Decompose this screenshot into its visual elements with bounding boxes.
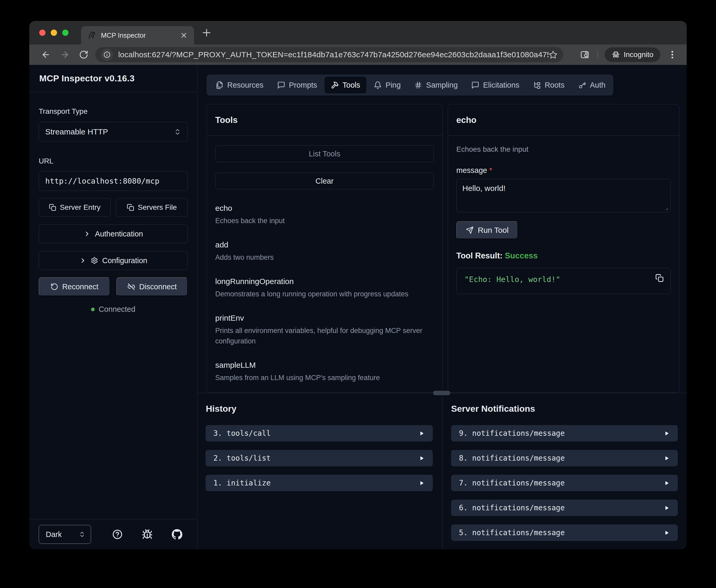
configuration-label: Configuration — [102, 256, 148, 265]
notification-row-label: 8. notifications/message — [459, 454, 565, 462]
new-tab-button[interactable] — [201, 27, 212, 39]
reload-button[interactable] — [79, 50, 88, 59]
fullscreen-window-button[interactable] — [62, 29, 68, 36]
github-icon[interactable] — [172, 529, 182, 540]
url-label: URL — [39, 157, 188, 165]
reconnect-label: Reconnect — [62, 282, 99, 291]
url-text[interactable]: localhost:6274/?MCP_PROXY_AUTH_TOKEN=ec1… — [118, 50, 549, 59]
back-button[interactable] — [41, 50, 50, 59]
tab-close-icon[interactable] — [180, 31, 188, 39]
tab-roots[interactable]: Roots — [527, 77, 571, 93]
disconnect-label: Disconnect — [139, 282, 176, 291]
copy-result-icon[interactable] — [655, 274, 664, 282]
tab-auth[interactable]: Auth — [572, 77, 612, 93]
tab-label: Ping — [386, 81, 400, 89]
tool-list-item[interactable]: sampleLLM Samples from an LLM using MCP'… — [215, 359, 434, 383]
notification-row[interactable]: 7. notifications/message — [451, 475, 678, 491]
expand-play-icon — [663, 480, 670, 486]
authentication-expander[interactable]: Authentication — [39, 225, 188, 243]
message-input[interactable]: Hello, world! — [456, 179, 671, 212]
expand-play-icon — [663, 505, 670, 511]
notification-row[interactable]: 9. notifications/message — [451, 425, 678, 442]
notification-row-label: 6. notifications/message — [459, 504, 565, 512]
tool-list-item[interactable]: printEnv Prints all environment variable… — [215, 312, 434, 346]
chat-bubble-icon — [471, 81, 479, 89]
copy-icon — [49, 204, 56, 211]
connection-status: Connected — [39, 305, 188, 314]
tab-label: Elicitations — [483, 81, 519, 89]
browser-menu-icon[interactable] — [667, 50, 677, 60]
bell-icon — [374, 81, 382, 89]
close-window-button[interactable] — [39, 29, 45, 36]
url-bar[interactable]: localhost:6274/?MCP_PROXY_AUTH_TOKEN=ec1… — [95, 47, 563, 62]
notification-row-label: 5. notifications/message — [459, 528, 565, 537]
bookmark-star-icon[interactable] — [549, 50, 558, 59]
help-icon[interactable] — [112, 529, 123, 540]
history-row[interactable]: 2. tools/list — [205, 450, 433, 466]
forward-button[interactable] — [60, 50, 69, 59]
tool-detail-panel: echo Echoes back the input message * Hel… — [448, 104, 679, 393]
clear-button[interactable]: Clear — [215, 173, 434, 189]
history-row-label: 2. tools/list — [213, 454, 270, 462]
transport-type-label: Transport Type — [39, 107, 188, 115]
tool-name: printEnv — [215, 312, 434, 324]
tab-sampling[interactable]: Sampling — [408, 77, 464, 93]
tab-search-icon[interactable] — [580, 50, 590, 60]
disconnect-button[interactable]: Disconnect — [116, 277, 188, 296]
configuration-expander[interactable]: Configuration — [39, 251, 188, 270]
tab-label: Sampling — [426, 81, 458, 89]
theme-value: Dark — [46, 530, 62, 539]
tool-result-line: Tool Result: Success — [456, 251, 671, 260]
connected-dot — [91, 308, 95, 311]
site-info-icon[interactable] — [101, 49, 113, 61]
tool-result-label: Tool Result: — [456, 251, 503, 260]
tool-name: echo — [215, 203, 434, 214]
bug-icon[interactable] — [142, 529, 153, 540]
send-icon — [466, 226, 474, 234]
reconnect-button[interactable]: Reconnect — [39, 277, 110, 296]
gear-icon — [91, 257, 98, 264]
tab-tools[interactable]: Tools — [325, 77, 367, 93]
required-marker: * — [489, 166, 492, 174]
tab-prompts[interactable]: Prompts — [271, 77, 324, 93]
run-tool-button[interactable]: Run Tool — [456, 221, 518, 239]
hash-icon — [414, 81, 422, 89]
tab-title: MCP Inspector — [101, 31, 146, 40]
chevron-right-icon — [83, 230, 91, 237]
browser-tab[interactable]: MCP Inspector — [81, 26, 194, 44]
list-tools-button[interactable]: List Tools — [215, 145, 434, 162]
expand-play-icon — [418, 430, 425, 437]
tab-label: Prompts — [289, 81, 317, 89]
server-url-input[interactable]: http://localhost:8080/mcp — [39, 171, 188, 191]
tool-list-item[interactable]: add Adds two numbers — [215, 239, 434, 262]
notification-row[interactable]: 8. notifications/message — [451, 450, 678, 466]
minimize-window-button[interactable] — [51, 29, 57, 36]
tab-label: Auth — [590, 81, 606, 89]
hammer-icon — [331, 81, 339, 89]
history-row[interactable]: 3. tools/call — [205, 425, 433, 442]
authentication-label: Authentication — [95, 230, 143, 238]
servers-file-button[interactable]: Servers File — [116, 198, 188, 216]
transport-type-select[interactable]: Streamable HTTP — [39, 122, 188, 142]
history-row[interactable]: 1. initialize — [205, 475, 433, 491]
theme-select[interactable]: Dark — [39, 525, 91, 544]
connection-status-label: Connected — [99, 305, 135, 314]
key-icon — [578, 81, 586, 89]
tool-list-item[interactable]: longRunningOperation Demonstrates a long… — [215, 276, 434, 299]
resize-grip-icon[interactable] — [664, 206, 669, 211]
server-notifications-panel: Server Notifications 9. notifications/me… — [442, 393, 687, 549]
tool-name: sampleLLM — [215, 359, 434, 371]
tool-result-value: "Echo: Hello, world!" — [464, 275, 560, 284]
history-row-label: 1. initialize — [213, 479, 270, 487]
tool-list-item[interactable]: echo Echoes back the input — [215, 203, 434, 226]
tool-result-box: "Echo: Hello, world!" — [456, 268, 671, 294]
tab-resources[interactable]: Resources — [209, 77, 270, 93]
server-entry-button[interactable]: Server Entry — [39, 198, 111, 216]
notification-row[interactable]: 5. notifications/message — [451, 524, 678, 541]
notification-row[interactable]: 6. notifications/message — [451, 500, 678, 516]
tab-ping[interactable]: Ping — [367, 77, 407, 93]
server-entry-label: Server Entry — [60, 203, 101, 212]
tools-panel-title: Tools — [207, 104, 442, 136]
chevrons-up-down-icon — [174, 128, 181, 135]
tab-elicitations[interactable]: Elicitations — [465, 77, 526, 93]
